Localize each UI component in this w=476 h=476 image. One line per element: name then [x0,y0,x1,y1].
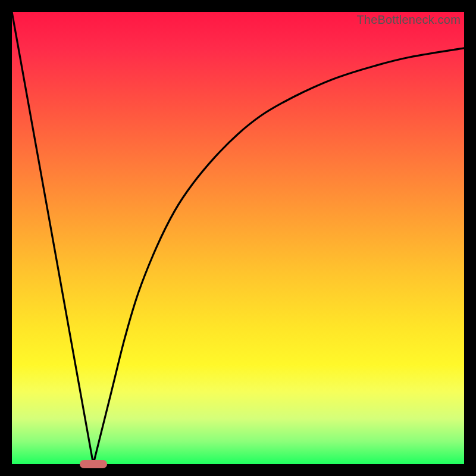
curve-path [12,12,464,464]
bottleneck-marker [80,460,107,468]
chart-plot-area: TheBottleneck.com [12,12,464,464]
chart-frame: TheBottleneck.com [0,0,476,476]
chart-curve [12,12,464,464]
